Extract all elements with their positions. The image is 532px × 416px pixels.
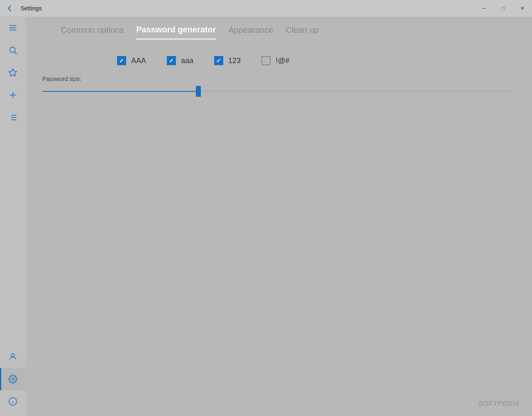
- content-area: Common options Password generator Appear…: [26, 17, 532, 416]
- tab-appearance[interactable]: Appearance: [228, 25, 273, 39]
- checkbox-symbols-label: !@#: [276, 56, 289, 65]
- svg-point-14: [11, 354, 14, 357]
- svg-line-4: [15, 52, 17, 54]
- sidebar-item-settings[interactable]: [0, 368, 26, 390]
- checkbox-numbers-box[interactable]: ✓: [214, 56, 223, 65]
- password-size-label: Password size:: [42, 76, 515, 82]
- password-size-slider[interactable]: [42, 86, 515, 96]
- password-size-section: Password size:: [42, 76, 515, 96]
- slider-track-filled: [42, 91, 198, 92]
- sidebar-item-menu[interactable]: [0, 17, 26, 39]
- app-body: Common options Password generator Appear…: [0, 17, 532, 416]
- titlebar: Settings ─ □ ✕: [0, 0, 532, 17]
- sidebar-item-account[interactable]: [0, 345, 26, 368]
- plus-icon: [8, 91, 17, 100]
- main-content: Common options Password generator Appear…: [26, 17, 532, 416]
- sidebar-item-list[interactable]: [0, 106, 26, 129]
- svg-marker-5: [9, 69, 17, 76]
- checkbox-uppercase-label: AAA: [131, 56, 146, 65]
- sidebar-item-favorites[interactable]: [0, 61, 26, 84]
- checkbox-symbols[interactable]: !@#: [261, 56, 289, 65]
- titlebar-controls: ─ □ ✕: [475, 0, 532, 17]
- close-button[interactable]: ✕: [513, 0, 532, 17]
- list-icon: [8, 113, 17, 122]
- sidebar-item-add[interactable]: [0, 84, 26, 106]
- titlebar-left: Settings: [3, 2, 42, 15]
- back-button[interactable]: [3, 2, 17, 15]
- sidebar-bottom: [0, 345, 26, 413]
- checkmark-numbers: ✓: [216, 57, 221, 64]
- checkbox-symbols-box[interactable]: [261, 56, 271, 65]
- slider-thumb[interactable]: [196, 86, 201, 97]
- tab-common-options[interactable]: Common options: [61, 25, 124, 39]
- checkbox-uppercase[interactable]: ✓ AAA: [117, 56, 146, 65]
- sidebar-item-search[interactable]: [0, 39, 26, 61]
- sidebar-item-info[interactable]: [0, 390, 26, 413]
- svg-point-15: [12, 378, 14, 380]
- checkbox-numbers[interactable]: ✓ 123: [214, 56, 241, 65]
- panel-password-generator: ✓ AAA ✓ aaa ✓ 123: [26, 39, 532, 416]
- checkbox-lowercase-label: aaa: [181, 56, 193, 65]
- sidebar: [0, 17, 26, 416]
- checkbox-lowercase[interactable]: ✓ aaa: [167, 56, 193, 65]
- person-icon: [8, 352, 17, 361]
- checkbox-uppercase-box[interactable]: ✓: [117, 56, 126, 65]
- checkboxes-row: ✓ AAA ✓ aaa ✓ 123: [42, 56, 515, 65]
- tab-password-generator[interactable]: Password generator: [136, 25, 216, 39]
- checkbox-lowercase-box[interactable]: ✓: [167, 56, 176, 65]
- search-icon: [8, 46, 17, 55]
- star-icon: [8, 68, 17, 77]
- checkbox-numbers-label: 123: [228, 56, 241, 65]
- checkmark-uppercase: ✓: [119, 57, 124, 64]
- maximize-button[interactable]: □: [494, 0, 513, 17]
- menu-icon: [8, 23, 17, 32]
- tabs-bar: Common options Password generator Appear…: [26, 17, 532, 39]
- sidebar-top: [0, 17, 26, 345]
- gear-icon: [8, 374, 17, 384]
- watermark: SOFTPEDIA: [478, 400, 520, 408]
- svg-point-3: [10, 47, 15, 53]
- checkmark-lowercase: ✓: [169, 57, 174, 64]
- tab-cleanup[interactable]: Clean up: [286, 25, 319, 39]
- titlebar-title: Settings: [21, 5, 42, 12]
- minimize-button[interactable]: ─: [475, 0, 494, 17]
- info-icon: [8, 397, 17, 406]
